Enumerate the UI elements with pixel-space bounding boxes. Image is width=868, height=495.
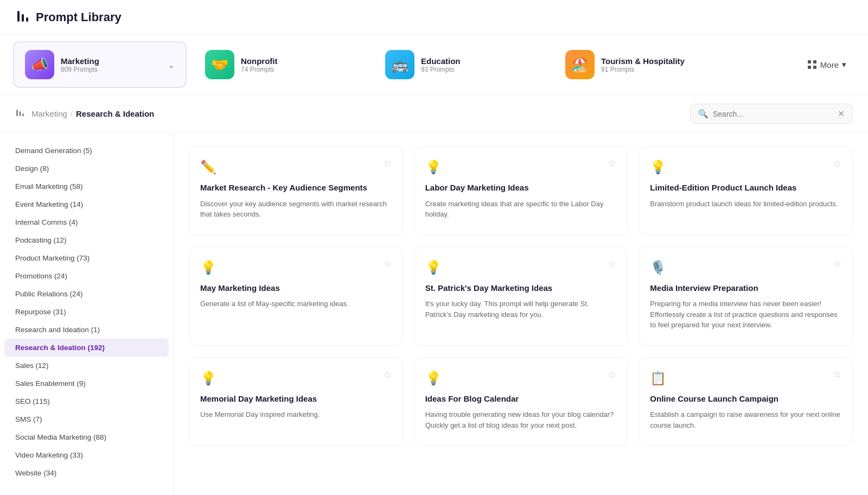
- more-chevron-icon: ▾: [842, 60, 846, 69]
- star-button-media-interview[interactable]: ☆: [833, 258, 841, 270]
- prompt-card-st-patricks[interactable]: 💡☆St. Patrick's Day Marketing IdeasIt's …: [414, 246, 628, 346]
- svg-rect-3: [808, 60, 811, 64]
- search-icon: 🔍: [698, 109, 709, 119]
- breadcrumb: Marketing / Research & Ideation: [15, 108, 154, 119]
- education-name: Education: [421, 56, 461, 66]
- svg-rect-8: [20, 111, 21, 116]
- tourism-icon: 🏖️: [565, 50, 595, 79]
- svg-rect-1: [22, 14, 24, 22]
- sidebar-item-15[interactable]: SMS (7): [0, 410, 173, 428]
- grid-icon: [807, 60, 817, 69]
- category-education[interactable]: 🚌 Education 93 Prompts: [373, 41, 547, 88]
- sidebar-item-18[interactable]: Website (34): [0, 464, 173, 482]
- prompt-title-market-research: Market Research - Key Audience Segments: [200, 182, 392, 193]
- sidebar-item-4[interactable]: Internal Comms (4): [0, 213, 173, 231]
- prompt-card-memorial-day[interactable]: 💡☆Memorial Day Marketing IdeasUse Memori…: [189, 357, 403, 447]
- prompt-desc-may-marketing: Generate a list of May-specific marketin…: [200, 299, 392, 309]
- page-title: Prompt Library: [36, 10, 122, 24]
- toolbar: Marketing / Research & Ideation 🔍 ✕: [0, 95, 868, 133]
- category-nonprofit[interactable]: 🤝 Nonprofit 74 Prompts: [193, 41, 367, 88]
- prompt-title-st-patricks: St. Patrick's Day Marketing Ideas: [425, 283, 617, 294]
- prompt-grid: ✏️☆Market Research - Key Audience Segmen…: [189, 146, 853, 446]
- more-button[interactable]: More ▾: [799, 55, 855, 74]
- sidebar-item-5[interactable]: Podcasting (12): [0, 231, 173, 249]
- search-input[interactable]: [713, 110, 833, 118]
- prompt-icon-st-patricks: 💡: [425, 260, 617, 275]
- prompt-card-labor-day[interactable]: 💡☆Labor Day Marketing IdeasCreate market…: [414, 146, 628, 236]
- nonprofit-name: Nonprofit: [241, 56, 277, 66]
- prompt-icon-may-marketing: 💡: [200, 260, 392, 275]
- star-button-st-patricks[interactable]: ☆: [608, 258, 616, 270]
- breadcrumb-page: Research & Ideation: [76, 109, 154, 118]
- more-label: More: [820, 60, 839, 69]
- star-button-labor-day[interactable]: ☆: [608, 157, 616, 169]
- prompt-icon-blog-calendar: 💡: [425, 371, 617, 386]
- nonprofit-icon: 🤝: [205, 50, 234, 79]
- main-layout: Demand Generation (5)Design (8)Email Mar…: [0, 133, 868, 495]
- prompt-card-may-marketing[interactable]: 💡☆May Marketing IdeasGenerate a list of …: [189, 246, 403, 346]
- sidebar-item-7[interactable]: Promotions (24): [0, 267, 173, 285]
- star-button-limited-edition[interactable]: ☆: [833, 157, 841, 169]
- sidebar-item-0[interactable]: Demand Generation (5): [0, 142, 173, 160]
- sidebar-item-3[interactable]: Event Marketing (14): [0, 195, 173, 213]
- prompt-card-blog-calendar[interactable]: 💡☆Ideas For Blog CalendarHaving trouble …: [414, 357, 628, 447]
- sidebar-item-9[interactable]: Repurpose (31): [0, 303, 173, 321]
- tourism-count: 91 Prompts: [601, 66, 685, 73]
- star-button-market-research[interactable]: ☆: [383, 157, 392, 169]
- education-info: Education 93 Prompts: [421, 56, 461, 73]
- sidebar-item-2[interactable]: Email Marketing (58): [0, 177, 173, 195]
- sidebar-item-8[interactable]: Public Relations (24): [0, 285, 173, 303]
- sidebar-item-10[interactable]: Research and Ideation (1): [0, 321, 173, 339]
- sidebar-item-1[interactable]: Design (8): [0, 160, 173, 177]
- prompt-icon-media-interview: 🎙️: [650, 260, 841, 275]
- prompt-icon-labor-day: 💡: [425, 160, 617, 175]
- prompt-title-memorial-day: Memorial Day Marketing Ideas: [200, 394, 392, 404]
- prompt-card-market-research[interactable]: ✏️☆Market Research - Key Audience Segmen…: [189, 146, 403, 236]
- header-logo-icon: [15, 9, 30, 26]
- category-tourism[interactable]: 🏖️ Tourism & Hospitality 91 Prompts: [553, 41, 727, 88]
- marketing-arrow-icon: ⌄: [168, 60, 175, 70]
- education-icon: 🚌: [385, 50, 414, 79]
- sidebar-item-16[interactable]: Social Media Marketing (88): [0, 428, 173, 446]
- sidebar-item-17[interactable]: Video Marketing (33): [0, 446, 173, 464]
- star-button-online-course[interactable]: ☆: [833, 369, 841, 380]
- prompt-icon-online-course: 📋: [650, 371, 841, 386]
- prompt-card-media-interview[interactable]: 🎙️☆Media Interview PreparationPreparing …: [639, 246, 853, 346]
- tourism-info: Tourism & Hospitality 91 Prompts: [601, 56, 685, 73]
- prompt-desc-market-research: Discover your key audience segments with…: [200, 199, 392, 220]
- svg-rect-9: [22, 113, 24, 116]
- marketing-icon: 📣: [25, 50, 54, 79]
- sidebar-item-6[interactable]: Product Marketing (73): [0, 249, 173, 267]
- prompt-title-limited-edition: Limited-Edition Product Launch Ideas: [650, 182, 841, 193]
- category-bar: 📣 Marketing 609 Prompts ⌄ 🤝 Nonprofit 74…: [0, 35, 868, 95]
- prompt-title-blog-calendar: Ideas For Blog Calendar: [425, 394, 617, 404]
- breadcrumb-section[interactable]: Marketing: [31, 109, 67, 118]
- prompt-desc-limited-edition: Brainstorm product launch ideas for limi…: [650, 199, 841, 210]
- category-marketing[interactable]: 📣 Marketing 609 Prompts ⌄: [13, 41, 187, 88]
- sidebar-item-14[interactable]: SEO (115): [0, 392, 173, 410]
- star-button-blog-calendar[interactable]: ☆: [608, 369, 616, 380]
- prompt-title-labor-day: Labor Day Marketing Ideas: [425, 182, 617, 193]
- svg-rect-2: [26, 17, 28, 22]
- svg-rect-6: [813, 66, 816, 69]
- education-count: 93 Prompts: [421, 66, 461, 73]
- search-bar[interactable]: 🔍 ✕: [690, 104, 853, 124]
- sidebar-item-12[interactable]: Sales (12): [0, 357, 173, 375]
- prompt-card-limited-edition[interactable]: 💡☆Limited-Edition Product Launch IdeasBr…: [639, 146, 853, 236]
- prompt-title-may-marketing: May Marketing Ideas: [200, 283, 392, 294]
- star-button-may-marketing[interactable]: ☆: [383, 258, 392, 270]
- sidebar-item-11[interactable]: Research & Ideation (192): [4, 339, 169, 357]
- marketing-name: Marketing: [61, 56, 99, 66]
- sidebar-item-13[interactable]: Sales Enablement (9): [0, 375, 173, 392]
- close-icon[interactable]: ✕: [838, 109, 845, 119]
- marketing-count: 609 Prompts: [61, 66, 99, 73]
- prompt-desc-labor-day: Create marketing ideas that are specific…: [425, 199, 617, 220]
- header: Prompt Library: [0, 0, 868, 35]
- prompt-desc-st-patricks: It's your lucky day. This prompt will he…: [425, 299, 617, 320]
- prompt-card-online-course[interactable]: 📋☆Online Course Launch CampaignEstablish…: [639, 357, 853, 447]
- content-area: ✏️☆Market Research - Key Audience Segmen…: [174, 133, 868, 495]
- star-button-memorial-day[interactable]: ☆: [383, 369, 392, 380]
- prompt-icon-market-research: ✏️: [200, 160, 392, 175]
- sidebar: Demand Generation (5)Design (8)Email Mar…: [0, 133, 174, 495]
- prompt-desc-media-interview: Preparing for a media interview has neve…: [650, 299, 841, 331]
